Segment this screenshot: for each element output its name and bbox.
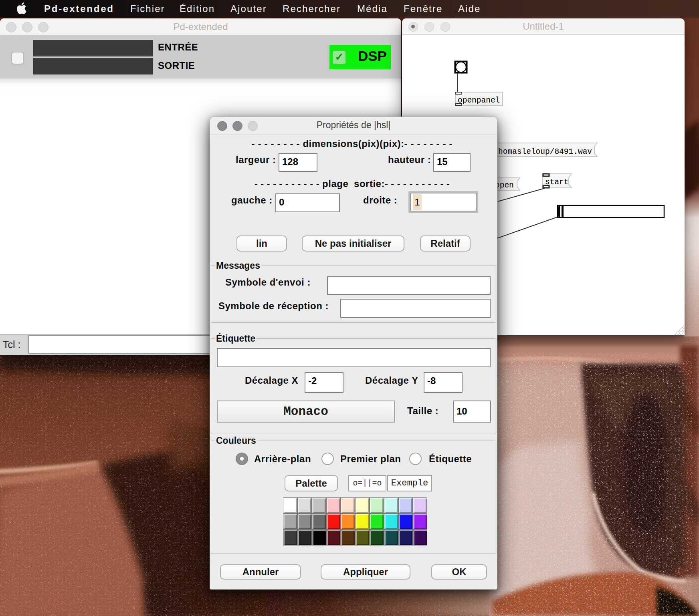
- svg-text:start: start: [545, 178, 569, 187]
- svg-text:homasleloup/8491.wav: homasleloup/8491.wav: [498, 147, 592, 156]
- svg-text:openpanel: openpanel: [458, 96, 500, 105]
- svg-text:open: open: [495, 181, 514, 190]
